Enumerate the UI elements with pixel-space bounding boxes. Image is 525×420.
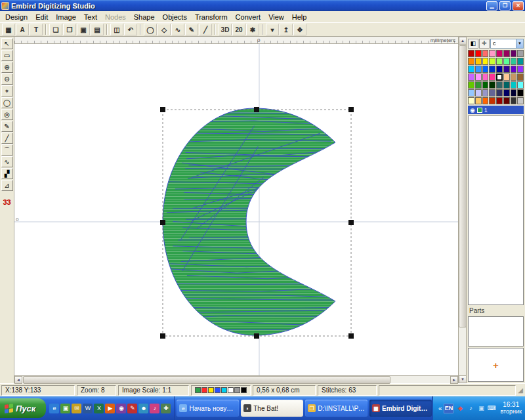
palette-swatch[interactable] (511, 81, 517, 89)
palette-swatch[interactable] (475, 74, 482, 81)
ellipse-tool-icon[interactable]: ◯ (144, 24, 157, 35)
menu-nodes[interactable]: Nodes (101, 12, 130, 22)
palette-swatch[interactable] (517, 74, 524, 81)
palette-swatch[interactable] (496, 50, 503, 57)
palette-swatch[interactable] (468, 50, 474, 57)
add-color-button[interactable]: ✛ (479, 39, 490, 49)
menu-transform[interactable]: Transform (191, 12, 232, 22)
palette-swatch[interactable] (496, 89, 503, 96)
maximize-button[interactable]: ❐ (499, 1, 511, 10)
zoom-in-tool-icon[interactable]: ⊕ (1, 62, 13, 73)
palette-swatch[interactable] (503, 50, 510, 57)
rect-select-tool-icon[interactable]: ▭ (1, 50, 13, 61)
mail-icon[interactable]: ✉ (72, 404, 81, 413)
palette-swatch[interactable] (482, 66, 489, 73)
volume-icon[interactable]: ♪ (466, 404, 475, 413)
wave-tool-icon[interactable]: ∿ (1, 156, 13, 167)
palette-swatch[interactable] (468, 89, 474, 96)
palette-swatch[interactable] (489, 58, 495, 65)
letter-a-icon[interactable]: A (16, 24, 29, 35)
handle-mid-right[interactable] (348, 220, 354, 225)
palette-swatch[interactable] (511, 66, 517, 73)
menu-text[interactable]: Text (80, 12, 101, 22)
vertical-scrollbar[interactable]: ▲ ▼ (458, 37, 466, 383)
node-edit-tool-icon[interactable]: ⊿ (1, 180, 13, 191)
palette-swatch[interactable] (511, 50, 517, 57)
menu-edit[interactable]: Edit (32, 12, 52, 22)
editor-icon[interactable]: ✎ (127, 404, 137, 413)
pencil-tool-icon[interactable]: ✎ (185, 24, 198, 35)
palette-swatch[interactable] (511, 74, 517, 81)
taskbar-task-forum[interactable]: e Начать новую тему :: В... (177, 400, 239, 417)
palette-swatch[interactable] (496, 81, 503, 89)
print-icon[interactable]: ▤ (91, 24, 104, 35)
palette-swatch[interactable] (511, 89, 517, 96)
zoom-area-tool-icon[interactable]: ⌖ (1, 85, 13, 96)
menu-convert[interactable]: Convert (232, 12, 265, 22)
shield-icon[interactable]: ◆ (455, 404, 465, 413)
messenger-icon[interactable]: ☻ (138, 404, 148, 413)
zoom-out-tool-icon[interactable]: ⊖ (1, 74, 13, 85)
palette-swatch[interactable] (503, 58, 510, 65)
ie-icon[interactable]: e (49, 404, 59, 413)
menu-image[interactable]: Image (52, 12, 80, 22)
palette-mode-button[interactable]: ◧ (468, 39, 478, 49)
palette-swatch[interactable] (503, 74, 510, 81)
palette-swatch[interactable] (489, 74, 495, 81)
screen-capture-icon[interactable]: ▦ (2, 24, 15, 35)
undo-icon[interactable]: ↶ (124, 24, 137, 35)
menu-shape[interactable]: Shape (130, 12, 159, 22)
scroll-track[interactable] (390, 376, 450, 383)
letter-t-icon[interactable]: T (30, 24, 43, 35)
palette-swatch[interactable] (517, 97, 524, 104)
palette-swatch[interactable] (475, 97, 482, 104)
palette-swatch[interactable] (517, 66, 524, 73)
fill-tool-icon[interactable]: ▞ (1, 168, 13, 179)
browser-icon[interactable]: ◉ (116, 404, 126, 413)
oval-tool-icon[interactable]: ◎ (1, 109, 13, 120)
handle-mid-left[interactable] (160, 220, 165, 225)
show-desktop-icon[interactable]: ▣ (60, 404, 70, 413)
line-tool-icon[interactable]: ╱ (1, 133, 13, 144)
palette-swatch[interactable] (496, 97, 503, 104)
keyboard-icon[interactable]: ⌨ (487, 404, 496, 413)
menu-view[interactable]: View (264, 12, 288, 22)
palette-swatch[interactable] (503, 66, 510, 73)
design-canvas[interactable]: 0 (14, 44, 458, 375)
taskbar-task-explorer[interactable]: ❐ D:\INSTALL\Разное\Embird (305, 400, 368, 417)
menu-design[interactable]: Design (1, 12, 32, 22)
menu-help[interactable]: Help (288, 12, 311, 22)
minimize-button[interactable]: ▁ (486, 1, 497, 10)
scroll-right-arrow[interactable]: ► (450, 376, 458, 384)
palette-swatch[interactable] (511, 58, 517, 65)
palette-swatch[interactable] (468, 66, 474, 73)
arc-tool-icon[interactable]: ⌒ (1, 144, 13, 156)
chevron-down-icon[interactable]: ▼ (516, 39, 523, 48)
handle-top-center[interactable] (254, 107, 259, 112)
copy-icon[interactable]: ◫ (110, 24, 123, 35)
media-player-icon[interactable]: ▶ (105, 404, 115, 413)
object-list-area[interactable] (468, 116, 524, 305)
palette-swatch[interactable] (475, 81, 482, 89)
pointer-tool-icon[interactable]: ↖ (1, 38, 13, 49)
handle-top-right[interactable] (348, 107, 354, 112)
network-icon[interactable]: ▣ (476, 404, 486, 413)
palette-swatch[interactable] (517, 89, 524, 96)
tray-chevron-icon[interactable]: « (438, 405, 442, 412)
palette-swatch[interactable] (503, 89, 510, 96)
palette-swatch[interactable] (468, 74, 474, 81)
handle-bottom-left[interactable] (160, 333, 165, 339)
move-icon[interactable]: ✥ (293, 24, 306, 35)
palette-swatch[interactable] (496, 66, 503, 73)
word-icon[interactable]: W (83, 404, 93, 413)
circle-tool-icon[interactable]: ◯ (1, 97, 13, 108)
curve-tool-icon[interactable]: ∿ (171, 24, 184, 35)
parts-list-area[interactable] (468, 316, 524, 346)
palette-swatch[interactable] (489, 89, 495, 96)
palette-swatch[interactable] (517, 50, 524, 57)
palette-swatch[interactable] (503, 97, 510, 104)
handle-top-left[interactable] (160, 107, 165, 112)
excel-icon[interactable]: X (94, 404, 104, 413)
taskbar-clock[interactable]: 16:31 вторник (498, 401, 522, 415)
palette-swatch[interactable] (475, 58, 482, 65)
